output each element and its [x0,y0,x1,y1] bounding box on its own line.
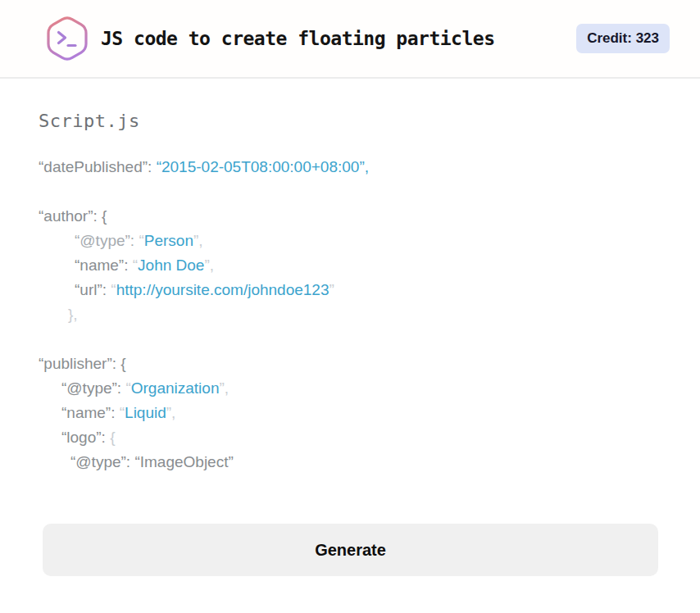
code-token: “name”: [75,257,133,274]
code-token: “logo”: [61,429,110,446]
generate-button[interactable]: Generate [43,524,658,576]
terminal-prompt-hexagon-icon [45,15,89,62]
code-token: “@type”: [61,379,125,397]
code-token: Liquid [125,404,166,421]
credit-badge: Credit: 323 [576,24,670,53]
code-line: “name”: “John Doe”, [39,253,662,278]
code-token: }, [68,306,78,323]
code-line: “datePublished”: “2015-02-05T08:00:00+08… [39,155,662,179]
code-line: “name”: “Liquid”, [39,401,662,425]
page-title: JS code to create floating particles [101,28,495,49]
code-line: “@type”: “ImageObject” [39,450,662,475]
code-token: ”, [193,232,203,249]
code-token: “publisher”: { [39,355,126,372]
code-token: “datePublished”: [39,158,157,175]
code-token: http://yoursite.com/johndoe123 [116,281,330,298]
code-token: “2015-02-05T08:00:00+08:00”, [157,158,369,175]
code-line [39,327,662,352]
code-token: John Doe [138,257,204,274]
file-title: Script.js [39,110,662,133]
code-token: “name”: [61,404,120,421]
code-token: Person [144,232,193,249]
code-line: “author”: { [39,204,662,229]
footer: Generate [0,475,700,576]
code-line: “url”: “http://yoursite.com/johndoe123” [39,278,662,302]
code-token: “@type”: [75,232,139,249]
main-content: Script.js “datePublished”: “2015-02-05T0… [0,79,700,475]
code-token: ”, [219,379,229,397]
code-line: “@type”: “Organization”, [39,376,662,401]
code-line: }, [39,302,662,327]
code-token: Organization [131,379,220,397]
code-token: “@type”: “ImageObject” [70,453,234,470]
code-line: “logo”: { [39,425,662,450]
code-token: ”, [166,404,176,421]
code-line: “@type”: “Person”, [39,229,662,253]
header: JS code to create floating particles Cre… [0,0,700,79]
code-token: “author”: { [39,207,107,225]
code-token: ” [330,281,334,298]
code-line [39,179,662,204]
code-token: { [110,429,115,446]
code-line: “publisher”: { [39,352,662,376]
code-token: “url”: [75,281,111,298]
code-block: “datePublished”: “2015-02-05T08:00:00+08… [39,155,662,475]
code-token: ”, [204,257,214,274]
